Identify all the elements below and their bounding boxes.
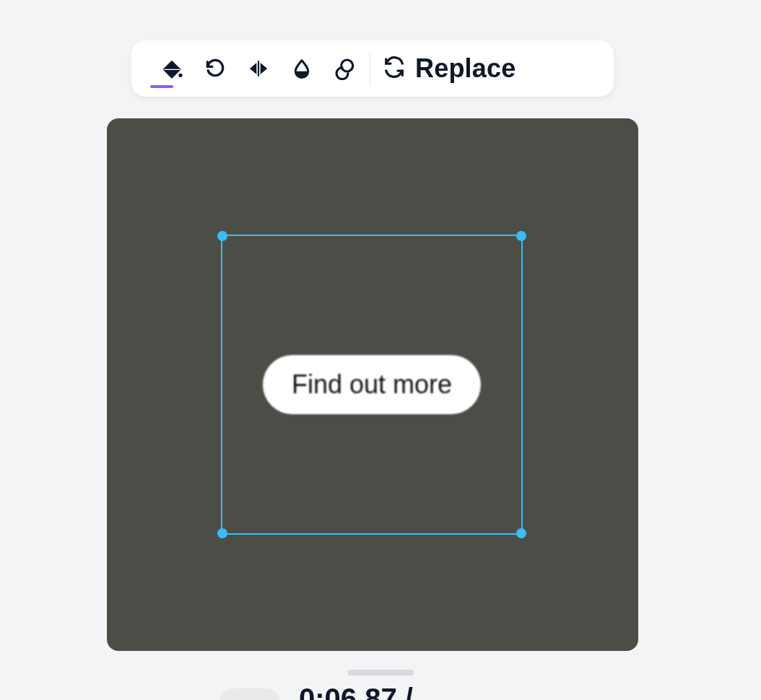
svg-point-0 bbox=[178, 74, 182, 77]
droplet-half-icon bbox=[291, 57, 313, 80]
clip-edit-toolbar: Replace bbox=[131, 40, 614, 97]
toolbar-divider bbox=[370, 52, 370, 85]
layers-button[interactable] bbox=[323, 40, 367, 97]
svg-rect-1 bbox=[258, 61, 259, 76]
replace-button[interactable]: Replace bbox=[379, 53, 520, 84]
resize-handle-tl[interactable] bbox=[217, 231, 227, 241]
flip-horizontal-icon bbox=[246, 57, 271, 80]
video-canvas[interactable]: Find out more bbox=[107, 118, 638, 651]
svg-point-2 bbox=[342, 60, 353, 71]
resize-handle-tr[interactable] bbox=[516, 231, 526, 241]
clip-button-label[interactable]: Find out more bbox=[263, 355, 481, 414]
rotate-ccw-icon bbox=[204, 57, 227, 80]
timeline-chip[interactable] bbox=[219, 688, 280, 700]
selection-box[interactable]: Find out more bbox=[221, 235, 523, 535]
active-tool-underline bbox=[150, 85, 173, 88]
layers-icon bbox=[334, 57, 357, 80]
flip-button[interactable] bbox=[237, 40, 280, 97]
resize-handle-bl[interactable] bbox=[217, 528, 227, 538]
playhead-time: 0:06.87 / bbox=[299, 683, 413, 700]
paint-bucket-icon bbox=[160, 57, 183, 80]
sync-icon bbox=[383, 56, 405, 81]
replace-button-label: Replace bbox=[415, 53, 516, 84]
rotate-button[interactable] bbox=[193, 40, 237, 97]
resize-handle-br[interactable] bbox=[516, 528, 526, 538]
panel-drag-handle[interactable] bbox=[347, 670, 414, 675]
fill-color-button[interactable] bbox=[150, 40, 193, 97]
contrast-button[interactable] bbox=[280, 40, 323, 97]
